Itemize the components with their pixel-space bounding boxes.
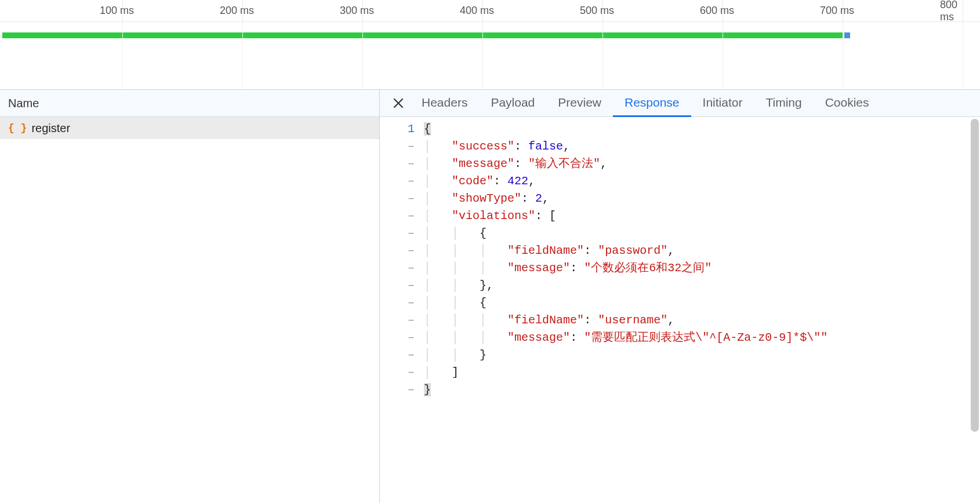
timeline-gridline bbox=[963, 22, 963, 90]
requests-header-label: Name bbox=[8, 97, 39, 110]
vertical-scrollbar[interactable] bbox=[971, 119, 979, 432]
details-panel: HeadersPayloadPreviewResponseInitiatorTi… bbox=[380, 90, 980, 503]
timeline-gridline bbox=[482, 22, 483, 90]
timeline-tick: 100 ms bbox=[122, 0, 157, 21]
request-row[interactable]: { }register bbox=[0, 117, 379, 139]
timeline-gridline bbox=[723, 22, 723, 90]
timeline-gridline bbox=[843, 22, 843, 90]
timeline-gridline bbox=[362, 22, 363, 90]
tab-preview[interactable]: Preview bbox=[546, 90, 613, 117]
timeline-body[interactable] bbox=[0, 22, 980, 90]
timeline-tick: 600 ms bbox=[723, 0, 757, 21]
timeline-tick-label: 700 ms bbox=[820, 5, 854, 17]
timeline-gridline bbox=[602, 22, 603, 90]
timeline-gridline bbox=[242, 22, 243, 90]
timeline-tick: 700 ms bbox=[843, 0, 877, 21]
timeline-panel[interactable]: 100 ms200 ms300 ms400 ms500 ms600 ms700 … bbox=[0, 0, 980, 90]
requests-header[interactable]: Name bbox=[0, 90, 379, 117]
close-icon[interactable] bbox=[387, 90, 410, 117]
timeline-tick: 300 ms bbox=[362, 0, 397, 21]
timeline-request-end[interactable] bbox=[844, 32, 850, 38]
split-pane: Name { }register HeadersPayloadPreviewRe… bbox=[0, 90, 980, 503]
timeline-request-bar[interactable] bbox=[2, 32, 843, 38]
tab-headers[interactable]: Headers bbox=[410, 90, 479, 117]
timeline-tick: 200 ms bbox=[242, 0, 277, 21]
timeline-tick-label: 400 ms bbox=[460, 5, 494, 17]
tab-response[interactable]: Response bbox=[613, 90, 691, 117]
timeline-ruler[interactable]: 100 ms200 ms300 ms400 ms500 ms600 ms700 … bbox=[0, 0, 980, 22]
tab-timing[interactable]: Timing bbox=[754, 90, 813, 117]
timeline-tick: 800 ms bbox=[963, 0, 980, 21]
timeline-tick-label: 100 ms bbox=[100, 5, 134, 17]
timeline-tick-label: 800 ms bbox=[940, 0, 957, 23]
tab-payload[interactable]: Payload bbox=[479, 90, 546, 117]
timeline-tick-label: 500 ms bbox=[580, 5, 614, 17]
details-tabs: HeadersPayloadPreviewResponseInitiatorTi… bbox=[380, 90, 980, 117]
timeline-tick-label: 600 ms bbox=[700, 5, 734, 17]
code-content[interactable]: {│ "success": false,│ "message": "输入不合法"… bbox=[420, 121, 980, 503]
tab-initiator[interactable]: Initiator bbox=[691, 90, 754, 117]
timeline-tick: 400 ms bbox=[482, 0, 517, 21]
timeline-tick-label: 200 ms bbox=[220, 5, 254, 17]
code-gutter: 1––––––––––––––– bbox=[380, 121, 420, 503]
tab-cookies[interactable]: Cookies bbox=[814, 90, 881, 117]
response-code-viewer[interactable]: 1––––––––––––––– {│ "success": false,│ "… bbox=[380, 117, 980, 503]
request-name: register bbox=[31, 122, 70, 135]
timeline-tick: 500 ms bbox=[602, 0, 637, 21]
json-braces-icon: { } bbox=[8, 122, 27, 134]
timeline-tick-label: 300 ms bbox=[340, 5, 374, 17]
requests-panel: Name { }register bbox=[0, 90, 380, 503]
timeline-gridline bbox=[122, 22, 123, 90]
